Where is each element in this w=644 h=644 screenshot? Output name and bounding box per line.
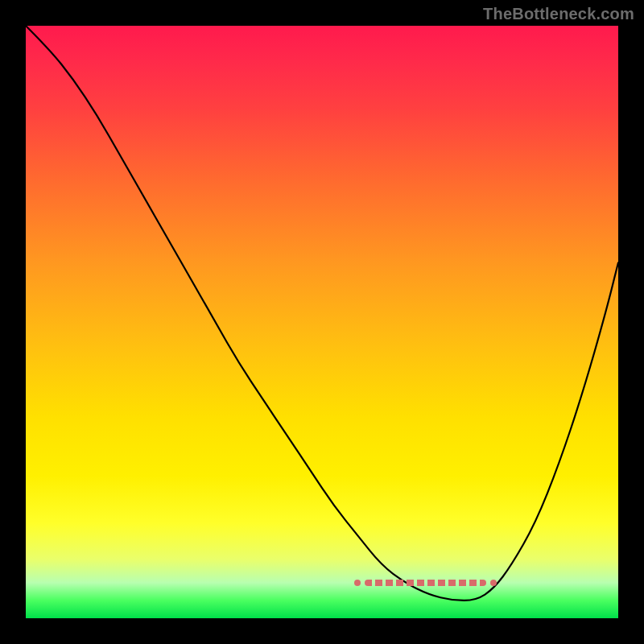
plot-area xyxy=(26,26,618,618)
optimal-band-marker xyxy=(354,580,497,587)
bottleneck-curve xyxy=(26,26,618,601)
optimal-band-dash xyxy=(365,580,486,586)
chart-frame: TheBottleneck.com xyxy=(0,0,644,644)
optimal-band-start-dot xyxy=(354,580,361,586)
watermark-text: TheBottleneck.com xyxy=(483,5,634,23)
curve-svg xyxy=(26,26,618,618)
